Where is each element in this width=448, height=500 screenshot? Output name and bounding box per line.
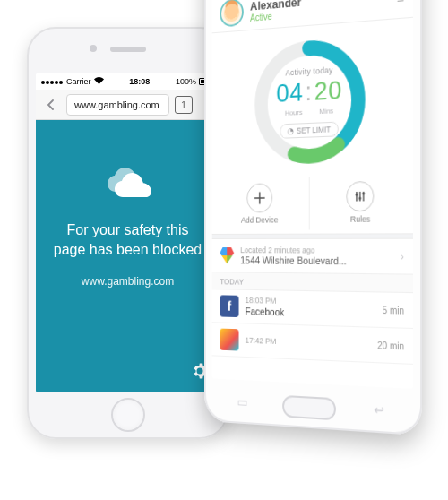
action-row: Add Device Rules	[212, 175, 413, 230]
add-device-button[interactable]: Add Device	[212, 177, 309, 230]
located-ago: Located 2 minutes ago	[240, 246, 346, 255]
back-button[interactable]	[41, 95, 61, 115]
hours-value: 04	[276, 77, 304, 108]
svg-point-4	[359, 197, 362, 200]
iphone-device: Carrier 18:08 100% www.gambling.com 1 ⋮	[27, 27, 228, 439]
url-field[interactable]: www.gambling.com	[66, 94, 169, 116]
rules-label: Rules	[350, 214, 370, 224]
app-time: 18:03 PM	[246, 296, 285, 306]
blocked-site: www.gambling.com	[82, 275, 174, 288]
chevron-right-icon: ›	[401, 251, 404, 263]
blocked-message: For your safety this page has been block…	[52, 220, 203, 261]
safari-toolbar: www.gambling.com 1 ⋮	[36, 90, 220, 120]
earpiece	[110, 47, 146, 52]
app-name: Facebook	[246, 306, 285, 317]
samsung-screen: ▾ ◢ ▮ 18:08 Alexander Active ≡	[212, 0, 413, 389]
iphone-screen: Carrier 18:08 100% www.gambling.com 1 ⋮	[36, 73, 220, 392]
tabs-button[interactable]: 1	[175, 96, 193, 114]
add-device-label: Add Device	[241, 215, 278, 225]
location-row[interactable]: Located 2 minutes ago 1544 Wilshire Boul…	[212, 239, 413, 274]
menu-icon[interactable]: ≡	[397, 0, 404, 6]
home-button[interactable]	[111, 398, 145, 432]
back-softkey[interactable]: ↩	[374, 402, 384, 418]
battery-pct: 100%	[176, 77, 196, 86]
ios-status-bar: Carrier 18:08 100%	[36, 73, 220, 90]
tab-count: 1	[181, 99, 186, 110]
mins-unit: Mins	[319, 107, 333, 116]
status-time: 18:08	[129, 77, 150, 86]
app-time: 17:42 PM	[246, 336, 277, 346]
app-duration: 5 min	[383, 305, 404, 315]
facebook-icon: f	[220, 295, 238, 317]
mins-value: 20	[314, 75, 342, 106]
location-address: 1544 Wilshire Boulevard...	[240, 254, 346, 266]
signal-icon	[41, 77, 64, 86]
map-pin-icon	[220, 247, 234, 263]
sliders-icon	[347, 181, 375, 211]
activity-panel: Activity today 04:20 Hours Mins ◔ SET LI…	[212, 18, 413, 234]
carrier-label: Carrier	[66, 77, 91, 86]
clock-icon: ◔	[288, 126, 294, 136]
wifi-icon	[94, 77, 104, 86]
samsung-perspective: SAMSUNG ▭ ↩ ▾ ◢ ▮ 18:08 Alexander Active…	[204, 0, 448, 500]
hours-unit: Hours	[285, 108, 303, 117]
activity-time: 04:20	[276, 75, 342, 108]
samsung-device: SAMSUNG ▭ ↩ ▾ ◢ ▮ 18:08 Alexander Active…	[204, 0, 422, 435]
url-text: www.gambling.com	[74, 99, 159, 110]
cloud-icon	[103, 165, 153, 204]
app-duration: 20 min	[377, 340, 404, 351]
blocked-page: For your safety this page has been block…	[36, 120, 220, 392]
app-icon	[220, 329, 238, 351]
svg-point-5	[362, 192, 365, 194]
app-row[interactable]: 17:42 PM 20 min	[212, 323, 413, 365]
home-button[interactable]	[282, 395, 336, 421]
recents-softkey[interactable]: ▭	[237, 394, 248, 409]
set-limit-button[interactable]: ◔ SET LIMIT	[280, 122, 339, 139]
set-limit-label: SET LIMIT	[297, 125, 331, 135]
avatar[interactable]	[220, 0, 243, 27]
activity-ring: Activity today 04:20 Hours Mins ◔ SET LI…	[248, 29, 372, 173]
rules-button[interactable]: Rules	[308, 175, 413, 230]
plus-icon	[246, 183, 272, 212]
front-camera	[90, 45, 97, 52]
svg-point-3	[356, 194, 358, 196]
